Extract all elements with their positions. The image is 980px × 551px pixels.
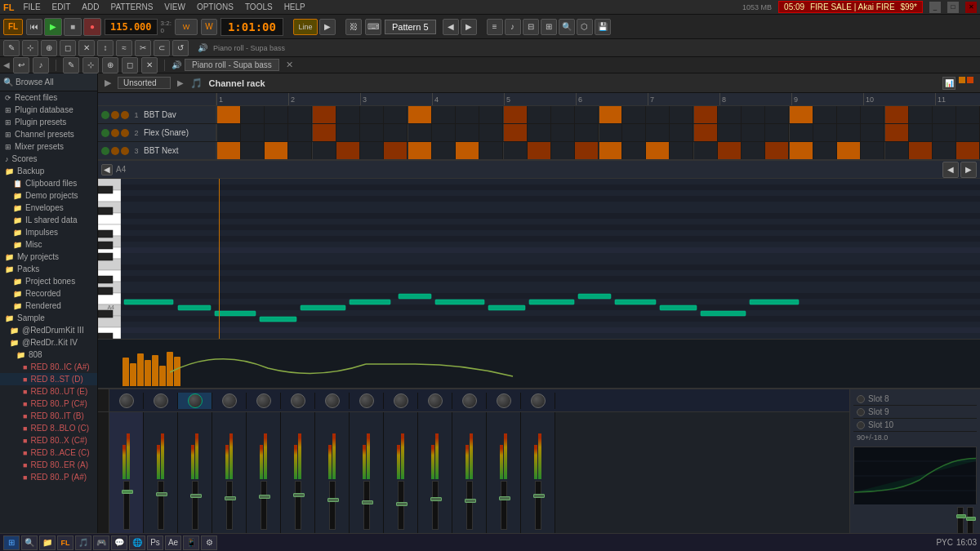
ch2-beat-9[interactable]	[432, 124, 456, 141]
sidebar-item-red80ic[interactable]: ■ RED 80..IC (A#)	[0, 361, 97, 373]
mix-knob-3[interactable]	[188, 393, 203, 408]
mixer-fader-track-10[interactable]	[432, 481, 439, 530]
mixer-fader-track-4[interactable]	[226, 481, 233, 530]
sidebar-item-red8ace[interactable]: ■ RED 8..ACE (C)	[0, 447, 97, 459]
ch3-beat-5[interactable]	[336, 142, 360, 159]
ch3-beat-0[interactable]	[216, 142, 241, 159]
cr-visualizer-btn[interactable]: 📊	[942, 77, 956, 90]
ch2-beat-13[interactable]	[528, 124, 551, 141]
menu-file[interactable]: FILE	[20, 2, 42, 11]
menu-add[interactable]: ADD	[79, 2, 101, 11]
piano-roll-btn[interactable]: ♪	[505, 19, 521, 35]
ch1-beat-7[interactable]	[384, 106, 408, 123]
ch1-beat-26[interactable]	[837, 106, 861, 123]
maximize-button[interactable]: □	[947, 2, 959, 13]
ch3-beat-21[interactable]	[718, 142, 742, 159]
ch1-solo-btn[interactable]	[121, 111, 129, 119]
sidebar-item-impulses[interactable]: 📁 Impulses	[0, 226, 97, 238]
mix-knob-5[interactable]	[256, 393, 271, 408]
cut-btn[interactable]: ✂	[135, 40, 151, 56]
mixer-fader-handle-5[interactable]	[259, 495, 270, 499]
ch1-active-btn[interactable]	[101, 111, 109, 119]
ch3-beat-15[interactable]	[575, 142, 599, 159]
ch3-beat-29[interactable]	[909, 142, 933, 159]
sidebar-item-rendered[interactable]: 📁 Rendered	[0, 300, 97, 312]
pr-erase-btn[interactable]: ◻	[122, 57, 138, 73]
ch2-beat-2[interactable]	[265, 124, 288, 141]
ch1-beat-19[interactable]	[670, 106, 693, 123]
ch2-beat-29[interactable]	[909, 124, 933, 141]
draw-btn[interactable]: ✎	[3, 40, 20, 56]
ch3-beat-8[interactable]	[408, 142, 432, 159]
mix-knob-4[interactable]	[222, 393, 237, 408]
sidebar-item-channel-presets[interactable]: ⊞ Channel presets	[0, 128, 97, 140]
fx-fader-1-handle[interactable]	[956, 514, 966, 518]
sidebar-item-scores[interactable]: ♪ Scores	[0, 153, 97, 165]
sidebar-item-red80p-as[interactable]: ■ RED 80..P (A#)	[0, 471, 97, 483]
ch3-beat-23[interactable]	[765, 142, 789, 159]
menu-patterns[interactable]: PATTERNS	[108, 2, 155, 11]
fl-logo-btn[interactable]: FL	[3, 19, 23, 35]
ch1-beat-2[interactable]	[265, 106, 288, 123]
ch1-beat-4[interactable]	[312, 106, 336, 123]
cr-color-btn2[interactable]	[967, 77, 973, 83]
mixer-fader-handle-8[interactable]	[362, 500, 373, 504]
bpm-display[interactable]: 115.000	[105, 19, 158, 35]
sidebar-item-red80er[interactable]: ■ RED 80..ER (A)	[0, 459, 97, 471]
mix-knob-11[interactable]	[462, 393, 477, 408]
pr-scroll-right[interactable]: ▶	[960, 162, 977, 178]
ch1-mute-btn[interactable]	[111, 111, 119, 119]
midi-btn[interactable]: ♪	[33, 57, 49, 73]
ch3-beat-13[interactable]	[528, 142, 551, 159]
sidebar-item-misc[interactable]: 📁 Misc	[0, 238, 97, 251]
menu-tools[interactable]: TOOLS	[243, 2, 275, 11]
ch3-beat-27[interactable]	[861, 142, 884, 159]
mixer-fader-handle-13[interactable]	[533, 494, 545, 498]
ch3-beat-26[interactable]	[837, 142, 861, 159]
channel-rack-btn-toolbar[interactable]: ⊞	[541, 19, 557, 35]
sidebar-item-envelopes[interactable]: 📁 Envelopes	[0, 202, 97, 214]
taskbar-steam[interactable]: 🎮	[93, 535, 109, 550]
mixer-fader-track-5[interactable]	[261, 481, 267, 530]
ch1-beat-10[interactable]	[456, 106, 479, 123]
ch1-beat-3[interactable]	[288, 106, 312, 123]
ch2-beat-7[interactable]	[384, 124, 408, 141]
ch2-beat-26[interactable]	[837, 124, 861, 141]
mix-knob-2[interactable]	[154, 393, 168, 408]
ch2-beat-4[interactable]	[312, 124, 336, 141]
taskbar-files[interactable]: 📁	[39, 535, 56, 550]
mix-knob-13[interactable]	[531, 393, 546, 408]
ch1-beat-18[interactable]	[646, 106, 670, 123]
taskbar-fl[interactable]: FL	[57, 535, 74, 550]
ch2-beat-3[interactable]	[288, 124, 312, 141]
pr-draw-btn[interactable]: ✎	[63, 57, 79, 73]
taskbar-extra[interactable]: 📱	[183, 535, 199, 550]
ch1-beat-11[interactable]	[479, 106, 503, 123]
mix-knob-7[interactable]	[325, 393, 340, 408]
sidebar-item-red80it[interactable]: ■ RED 80..IT (B)	[0, 410, 97, 422]
pr-tab-close[interactable]: ✕	[286, 60, 293, 70]
mixer-fader-track-6[interactable]	[295, 481, 301, 530]
ch2-beat-18[interactable]	[646, 124, 670, 141]
mixer-fader-handle-7[interactable]	[327, 498, 339, 502]
ch3-beat-7[interactable]	[384, 142, 408, 159]
line-mode-btn[interactable]: Line	[293, 19, 318, 35]
sidebar-item-clipboard[interactable]: 📋 Clipboard files	[0, 177, 97, 189]
sidebar-item-recorded[interactable]: 📁 Recorded	[0, 287, 97, 300]
pr-control-btn[interactable]: ◀	[101, 164, 113, 176]
pr-zoom-btn[interactable]: ⊕	[102, 57, 118, 73]
cr-collapse-btn[interactable]: ▶	[105, 78, 111, 88]
ch2-beat-0[interactable]	[216, 124, 241, 141]
mix-knob-12[interactable]	[497, 393, 511, 408]
ch3-beat-22[interactable]	[742, 142, 765, 159]
mixer-fader-track-7[interactable]	[329, 481, 336, 530]
mixer-fader-track-11[interactable]	[466, 481, 473, 530]
close-button[interactable]: ✕	[965, 2, 977, 13]
ch2-beat-17[interactable]	[622, 124, 646, 141]
sidebar-item-red80x[interactable]: ■ RED 80..X (C#)	[0, 434, 97, 447]
menu-edit[interactable]: EDIT	[50, 2, 74, 11]
ch1-beat-12[interactable]	[503, 106, 528, 123]
pattern-next[interactable]: ▶	[461, 19, 477, 35]
ch3-beat-6[interactable]	[360, 142, 384, 159]
minimize-button[interactable]: _	[929, 2, 941, 13]
